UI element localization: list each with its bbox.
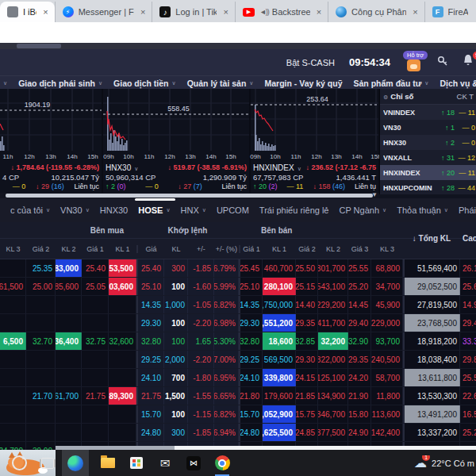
tab-close-icon[interactable]: × [221,7,229,17]
capcut-button[interactable]: ⋈ [184,454,203,473]
board-cell [56,424,82,441]
browser-tab[interactable]: I iBoa× [0,2,55,22]
tab-title: I iBoa [23,7,36,17]
menu-item[interactable]: Giao dịch phái sinh∨ [18,79,102,88]
menu-item[interactable]: Giao dịch tiền∨ [113,79,176,88]
column-header[interactable]: Giá 1 [239,245,263,253]
window-top-strip [0,43,476,49]
chrome-button[interactable] [213,454,232,473]
tab-close-icon[interactable]: × [139,7,147,17]
total-volume-header[interactable]: ↓ Tổng KL [403,234,460,243]
index-row[interactable]: HNXUPCOMINDI↑ 28— 44 [380,180,476,195]
board-cell: 300 [164,259,188,277]
table-row[interactable]: 14.351,000-1.05-6.82%14.35,750,00014.402… [0,296,476,314]
group-buy: Bên mua [0,226,136,235]
browser-tab[interactable]: Messenger | Faceb× [55,2,152,22]
table-row[interactable]: 24.80300-1.85-6.94%24.80,625,50024.85377… [0,424,476,442]
market-tab-ph-i-sinh[interactable]: Phái sinh∨ [459,198,476,222]
board-cell: 24.90 [348,424,371,441]
table-row[interactable]: 24.10700-1.80-6.95%24.10339,80024.15125,… [0,369,476,387]
index-row[interactable]: HNX30↑ 2— 0 [380,135,476,150]
mail-button[interactable]: ✉ [155,454,175,473]
board-cell [0,405,26,423]
tab-close-icon[interactable]: × [41,7,49,17]
table-row[interactable]: 161,50025.00885,60025.05103,60025.10100-… [0,278,476,296]
browser-tab[interactable]: Công cụ Phân tích× [328,2,424,22]
chart-vn30[interactable]: 1904.1911h12h13h14h15h↓ 1,784.64 (-119.5… [0,89,102,193]
support-widget[interactable]: Hỗ trợ [401,51,428,75]
mascot-icon [407,60,420,71]
edge-button[interactable] [62,450,89,476]
tab-close-icon[interactable]: × [411,7,419,17]
index-row[interactable]: HNXINDEX↑ 20— 11 [380,165,476,180]
index-row[interactable]: VNXALL↑ 31— 12 [380,150,476,165]
table-row[interactable]: 21.70,061,70021.75589,30021.751,500-1.55… [0,387,476,405]
weather-widget[interactable]: ☁1 22°C Có m [414,455,474,470]
market-tab-th-a-thu-n[interactable]: Thỏa thuận∨ [397,198,448,222]
browser-tab[interactable]: ♪Log in | TikTok× [152,2,235,22]
gear-icon[interactable]: ⚙ [383,94,388,100]
menu-item[interactable]: Margin - Vay ký quỹ [264,79,342,88]
column-header[interactable]: Giá 1 [82,245,109,253]
market-tab-upcom[interactable]: UPCOM [217,198,249,222]
file-explorer-button[interactable] [98,454,117,473]
market-tab-hnx[interactable]: HNX∨ [181,198,206,222]
scrollbar-thumb[interactable] [6,194,373,198]
tab-title: Log in | TikTok [175,7,217,17]
index-row[interactable]: VNINDEX↑ 18— 11 [380,105,476,120]
store-button[interactable] [127,454,146,473]
column-header[interactable]: KL 3 [0,245,26,253]
index-name[interactable]: HNX30∨ [106,163,138,172]
board-cell: -6.65% [214,387,239,405]
key-icon[interactable] [436,55,449,71]
column-header[interactable]: KL 1 [109,245,136,253]
board-cell [0,387,26,405]
column-header[interactable]: +/- (%) [214,245,239,253]
session-mode: Liên tụ [355,182,376,190]
market-tab-cp-ng-nh[interactable]: CP Ngành∨ [339,198,386,222]
board-cell: 1.65 [188,332,214,350]
scash-toggle[interactable]: Bật S-CASH [286,58,335,67]
column-header[interactable]: Giá [136,245,164,253]
column-header[interactable]: +/- [188,245,214,253]
column-header[interactable]: Giá 3 [348,245,371,253]
index-row[interactable]: VN30↑ 1— 0 [380,120,476,135]
menu-item[interactable]: Quản lý tài sản∨ [187,79,254,88]
board-cell: ,052,900 [263,405,296,423]
index-name[interactable]: HNXINDEX∨ [253,163,301,172]
board-cell: 51,569,400 [403,259,460,277]
market-tab-tr-i-phi-u-ri-ng-l-[interactable]: Trái phiếu riêng lẻ [259,198,329,222]
column-header[interactable]: KL 3 [371,245,403,253]
notifications-bell-icon[interactable]: 9 [462,53,476,72]
market-tab-vn30[interactable]: VN30∨ [60,198,90,222]
browser-tab[interactable]: FFireAnt [424,2,476,22]
market-tab-hose[interactable]: HOSE∨ [138,198,170,222]
chart-hnxindex[interactable]: 253.6409h10h11h12h13h14h15hHNXINDEX∨↓ 23… [251,89,378,193]
table-row[interactable]: 6,50032.7036,40032.7532,60032.801001.655… [0,332,476,351]
column-header[interactable]: KL 2 [318,245,348,253]
cortana-button[interactable] [10,454,29,473]
column-header[interactable]: KL 2 [56,245,82,253]
menu-item[interactable]: Sản phẩm đầu tư∨ [354,79,429,88]
chart-hnx30[interactable]: 558.4509h10h11h12h13h14h15hHNX30∨↓ 519.8… [103,89,249,193]
scroll-down-icon[interactable]: ▼ [371,191,378,198]
chart-x-axis: 11h12h13h14h15h [0,152,102,162]
table-row[interactable]: 29.252,000-2.20-7.00%29.25569,50029.3032… [0,351,476,369]
charts-scrollbar[interactable]: ▼ [0,193,379,198]
tab-close-icon[interactable]: × [315,7,323,17]
table-row[interactable]: 15.70100-1.15-6.82%15.70,052,90015.75346… [0,405,476,424]
column-header[interactable]: KL [164,245,188,253]
column-header[interactable]: KL 1 [263,245,296,253]
table-row[interactable]: 25.35,083,00025.40153,50025.40300-1.85-6… [0,259,476,278]
table-row[interactable]: 29.30100-2.20-6.98%29.30,551,20029.35411… [0,314,476,332]
column-header[interactable]: Giá 2 [26,245,56,253]
task-view-button[interactable] [38,454,57,473]
market-tab-hnx30[interactable]: HNX30 [100,198,128,222]
market-tab-c-c-a-t-i[interactable]: c của tôi∨ [10,198,50,222]
advancers-count: ↑ 20 [432,169,455,177]
browser-tab[interactable]: ▶◄))Backstreet Bo× [235,2,328,22]
column-header[interactable]: Giá 2 [296,245,318,253]
board-cell: -1.85 [188,424,214,441]
axis-tick-label: 12h [24,153,34,160]
menu-item[interactable]: Dịch vụ & Tiện ích∨ [440,79,476,88]
